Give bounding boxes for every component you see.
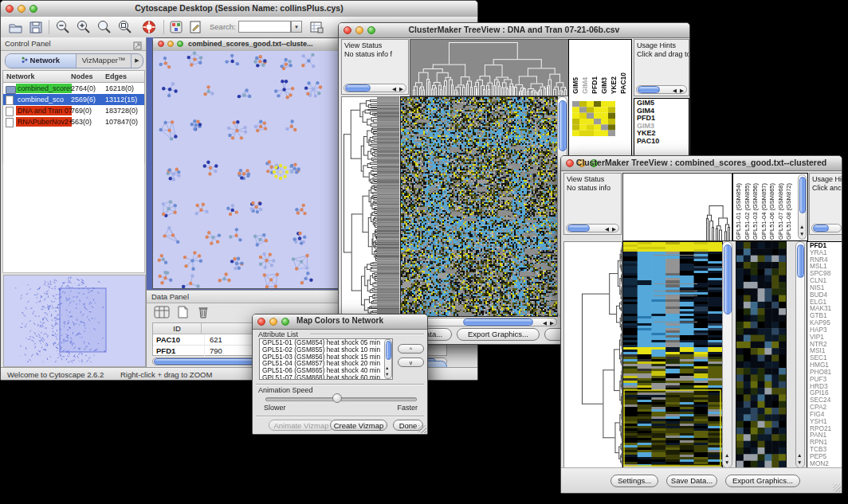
tv2-column-labels: GPL51-01 (GSM854)GPL51-02 (GSM855)GPL51-…	[735, 174, 794, 240]
tv2-heatmap[interactable]	[622, 241, 723, 468]
network-row[interactable]: RNAPuberNov2+|563(0)107847(0)	[3, 116, 144, 127]
gene-label: GPI16	[807, 389, 842, 397]
attribute-items: GPL51-01 (GSM854) heat shock 05 minGPL51…	[260, 339, 384, 380]
save-icon[interactable]	[28, 19, 44, 38]
gene-label: MAK31	[807, 305, 842, 312]
animation-slider-thumb[interactable]	[332, 393, 342, 403]
zoom-fit-icon[interactable]	[117, 19, 133, 38]
control-panel-title: Control Panel	[5, 39, 51, 48]
annotation-icon[interactable]	[187, 19, 203, 38]
attribute-item[interactable]: GPL51-06 (GSM865) heat shock 40 min	[260, 367, 384, 374]
main-titlebar[interactable]: Cytoscape Desktop (Session Name: collins…	[1, 1, 477, 18]
network-tab-icon	[22, 56, 28, 64]
resize-grip[interactable]	[418, 425, 426, 433]
gene-label: NIS1	[807, 284, 842, 291]
dialog-titlebar[interactable]: Map Colors to Network	[253, 315, 427, 330]
tv2-vscrollbar[interactable]: ▲▼	[722, 241, 732, 468]
tv2-gene-vscrollbar[interactable]: ▲▼	[795, 241, 805, 468]
tv2-view-status-line2: No status info	[567, 184, 618, 193]
gene-label: NTR2	[807, 341, 842, 348]
tv1-column-dendrogram[interactable]	[410, 39, 569, 96]
tv1-usage-hints-panel: Usage Hints Click and drag tc ◀▶	[634, 39, 689, 96]
attribute-item[interactable]: GPL51-07 (GSM868) heat shock 60 min	[260, 374, 384, 380]
treeview2-titlebar[interactable]: ClusterMaker TreeView : combined_scores_…	[561, 156, 842, 171]
zoom-in-icon[interactable]	[76, 19, 92, 38]
tab-network[interactable]: Network	[6, 54, 77, 68]
tv2-collabel-vscrollbar[interactable]: ▲▼	[798, 174, 807, 240]
create-vizmap-button[interactable]: Create Vizmap	[330, 420, 387, 431]
tv1-row-dendrogram[interactable]	[341, 96, 378, 317]
tv1-export-graphics-button[interactable]: Export Graphics...	[457, 328, 540, 341]
float-panel-icon[interactable]	[133, 39, 142, 53]
table-select-icon[interactable]	[153, 305, 171, 322]
attribute-list[interactable]: GPL51-01 (GSM854) heat shock 05 minGPL51…	[259, 338, 393, 380]
folder-icon	[6, 86, 16, 94]
trash-icon[interactable]	[194, 305, 212, 322]
tab-overflow-arrow[interactable]: ▶	[132, 54, 143, 68]
tv1-hints-hscrollbar[interactable]: ◀▶	[636, 85, 687, 94]
tv1-heatmap[interactable]	[400, 96, 558, 317]
network-tree-empty	[2, 163, 145, 273]
network-table-header[interactable]: Network Nodes Edges	[3, 71, 144, 83]
attribute-item[interactable]: GPL51-02 (GSM855) heat shock 10 min	[260, 346, 384, 354]
treeview2-title: ClusterMaker TreeView : combined_scores_…	[561, 158, 842, 167]
gene-label: RNR4	[807, 256, 842, 264]
panel-tabs: Network VizMapper™ ▶	[5, 53, 143, 68]
network-row[interactable]: combined_scores2764(0)16218(0)	[3, 83, 144, 94]
help-ring-icon[interactable]	[141, 19, 157, 38]
zoom-selected-icon[interactable]	[96, 19, 112, 38]
resize-grip[interactable]	[833, 484, 841, 492]
network-name: combined_scores	[16, 84, 72, 93]
treeview1-titlebar[interactable]: ClusterMaker TreeView : DNA and Tran 07-…	[339, 23, 689, 38]
tv2-column-label: GPL51-02 (GSM855)	[744, 183, 752, 240]
col-nodes: Nodes	[71, 71, 93, 82]
attribute-up-button[interactable]: ^	[398, 344, 424, 354]
tab-vizmapper[interactable]: VizMapper™	[77, 54, 132, 68]
attribute-item[interactable]: GPL51-01 (GSM854) heat shock 05 min	[260, 339, 384, 346]
minimize-button[interactable]	[167, 41, 174, 47]
attribute-item[interactable]: GPL51-04 (GSM857) heat shock 20 min	[260, 360, 384, 367]
map-colors-dialog: Map Colors to Network Attribute List GPL…	[252, 314, 428, 435]
zoom-out-icon[interactable]	[55, 19, 71, 38]
tv2-save-data-button[interactable]: Save Data...	[666, 475, 717, 487]
attribute-down-button[interactable]: v	[398, 357, 424, 367]
tv2-column-label: GPL51-08 (GSM872)	[785, 183, 794, 240]
birds-eye-view[interactable]	[3, 275, 146, 367]
gene-label: ELG1	[807, 299, 842, 306]
file-icon	[6, 107, 14, 116]
network-canvas[interactable]	[153, 51, 340, 288]
tv1-status-hscrollbar[interactable]: ◀▶	[344, 84, 406, 92]
attribute-list-vscrollbar[interactable]: ▲▼	[384, 339, 392, 379]
network-row[interactable]: DNA and Tran 07769(0)183728(0)	[3, 105, 144, 116]
tv1-summary-heatmap[interactable]	[572, 101, 615, 136]
main-window-title: Cytoscape Desktop (Session Name: collins…	[1, 3, 477, 13]
tv2-hints-hscrollbar[interactable]	[811, 224, 842, 232]
network-edges: 183728(0)	[105, 105, 138, 116]
tv2-gene-summary-heatmap[interactable]	[736, 241, 787, 468]
search-dropdown-button[interactable]: ▼	[291, 21, 302, 33]
tv2-export-graphics-button[interactable]: Export Graphics...	[725, 475, 800, 487]
col-network: Network	[6, 71, 35, 82]
zoom-button[interactable]	[177, 41, 183, 47]
gene-label: HRD3	[807, 383, 842, 390]
gene-label: HMG1	[807, 361, 842, 369]
network-row[interactable]: combined_sco2569(6)13112(15)	[3, 94, 144, 105]
tv2-settings-button[interactable]: Settings...	[610, 475, 658, 487]
attribute-table-icon[interactable]	[308, 19, 324, 38]
search-input[interactable]	[238, 21, 291, 33]
tv1-row-label-strip[interactable]	[377, 96, 399, 315]
vizmapper-icon[interactable]	[168, 19, 184, 38]
control-panel: Control Panel Network VizMapper™ ▶ Netwo…	[1, 37, 147, 367]
tv1-view-status-line2: No status info f	[344, 50, 406, 59]
new-attribute-icon[interactable]	[174, 305, 191, 322]
close-button[interactable]	[158, 41, 164, 47]
attribute-item[interactable]: GPL51-03 (GSM856) heat shock 15 min	[260, 354, 384, 361]
animate-vizmap-button[interactable]: Animate Vizmap	[269, 420, 334, 431]
tv2-column-label: GPL51-03 (GSM856)	[752, 183, 760, 240]
open-folder-icon[interactable]	[7, 19, 23, 38]
tv1-row-labels: GIM5GIM4PFD1GIM3YKE2PAC10	[634, 99, 689, 146]
tv2-row-dendrogram[interactable]	[563, 241, 622, 468]
tv2-column-labels-panel: GPL51-01 (GSM854)GPL51-02 (GSM855)GPL51-…	[732, 173, 808, 241]
tv2-status-hscrollbar[interactable]: ◀▶	[566, 224, 619, 232]
tv2-column-dendrogram[interactable]	[622, 173, 732, 241]
